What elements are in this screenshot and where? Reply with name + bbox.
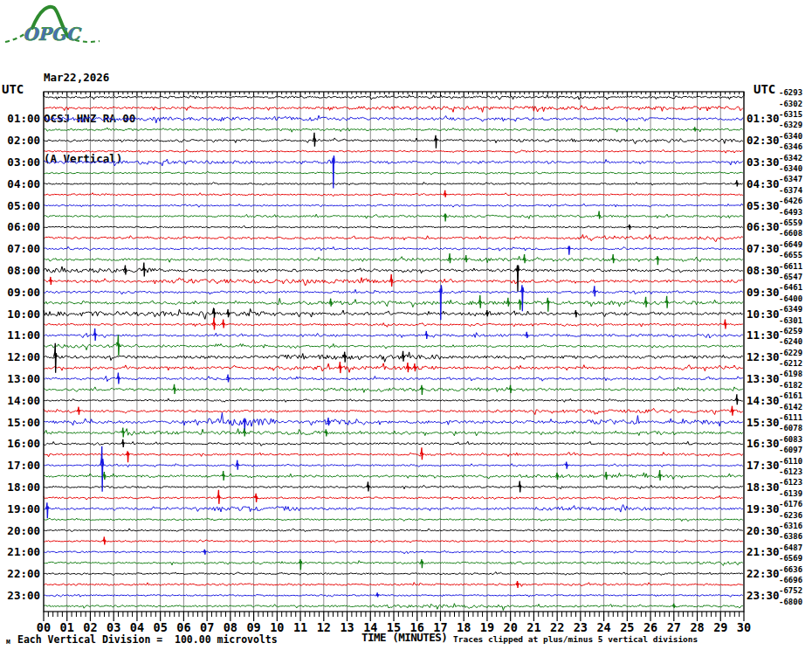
time-label-left: 03:00 <box>7 156 40 169</box>
seismo-trace <box>44 235 743 242</box>
trace-offset-value: -6111 <box>779 413 802 422</box>
seismo-trace <box>44 473 743 480</box>
seismo-trace <box>44 204 743 207</box>
x-tick-label: 22 <box>550 620 564 634</box>
time-label-left: 16:00 <box>7 437 40 450</box>
trace-offset-value: -6487 <box>779 543 802 552</box>
time-label-right: 22:30 <box>747 567 780 580</box>
seismo-event-spike <box>103 536 107 544</box>
seismo-trace <box>44 115 743 123</box>
seismo-event-spike <box>117 372 120 384</box>
seismo-trace <box>44 256 743 262</box>
seismo-event-spike <box>724 320 727 329</box>
trace-offset-value: -6110 <box>779 457 802 466</box>
seismo-trace <box>44 193 743 197</box>
seismo-event-spike <box>325 429 328 436</box>
trace-offset-value: -6236 <box>779 511 802 520</box>
seismo-event-spike <box>100 446 104 492</box>
seismo-trace <box>44 246 743 251</box>
x-tick-label: 12 <box>317 620 331 634</box>
x-tick-label: 13 <box>340 620 354 634</box>
trace-offset-value: -6302 <box>779 100 802 108</box>
seismo-event-spike <box>658 470 662 481</box>
time-label-left: 19:00 <box>7 502 40 515</box>
seismo-event-spike <box>464 255 468 262</box>
time-labels-left: 01:0002:0003:0004:0005:0006:0007:0008:00… <box>7 112 40 601</box>
time-label-left: 08:00 <box>7 264 40 277</box>
x-tick-label: 28 <box>690 620 704 634</box>
time-label-right: 14:30 <box>747 394 780 407</box>
seismo-event-spike <box>516 266 520 292</box>
time-label-left: 11:00 <box>7 328 40 342</box>
seismo-trace <box>44 398 743 402</box>
seismo-trace <box>44 298 743 307</box>
x-tick-label: 00 <box>37 620 51 634</box>
seismo-trace <box>44 106 743 113</box>
time-label-left: 04:00 <box>7 177 40 190</box>
trace-offset-value: -6346 <box>779 142 802 151</box>
seismo-trace <box>44 540 743 543</box>
seismo-event-spike <box>693 127 697 131</box>
seismo-event-spike <box>203 550 207 555</box>
x-tick-label: 21 <box>526 620 540 634</box>
time-label-left: 10:00 <box>7 308 40 321</box>
time-label-left: 12:00 <box>7 350 40 363</box>
seismo-trace <box>44 408 743 414</box>
seismo-trace <box>44 159 743 166</box>
trace-offset-value: -6176 <box>779 500 802 508</box>
time-label-right: 19:30 <box>747 502 780 515</box>
x-tick-label: 03 <box>107 620 120 634</box>
seismo-event-spike <box>565 462 568 469</box>
trace-offset-value: -6142 <box>779 403 802 411</box>
time-label-left: 05:00 <box>7 199 40 212</box>
seismo-trace <box>44 149 743 153</box>
trace-offset-value: -6340 <box>779 164 802 173</box>
seismo-event-spike <box>367 481 370 491</box>
seismo-event-spike <box>611 254 615 263</box>
trace-offset-value: -6649 <box>779 240 802 249</box>
seismo-trace <box>44 225 743 229</box>
seismo-trace <box>44 376 743 381</box>
time-label-right: 20:30 <box>747 524 780 537</box>
trace-offset-value: -6493 <box>779 208 802 217</box>
seismo-event-spike <box>519 300 522 310</box>
x-tick-label: 20 <box>504 620 518 634</box>
x-tick-label: 09 <box>246 620 260 634</box>
seismo-event-spike <box>434 135 437 149</box>
trace-offset-value: -6400 <box>779 294 802 303</box>
seismo-trace <box>44 182 743 185</box>
seismo-trace <box>44 550 743 554</box>
seismo-event-spike <box>243 428 246 436</box>
trace-offset-value: -6800 <box>779 598 802 606</box>
seismo-trace <box>44 308 743 320</box>
trace-offset-value: -6547 <box>779 273 802 281</box>
time-label-right: 13:30 <box>747 372 780 385</box>
grid-lines <box>44 92 744 612</box>
x-tick-label: 08 <box>224 620 237 634</box>
x-tick-label: 18 <box>457 620 471 634</box>
seismo-event-spike <box>568 246 571 255</box>
seismo-event-spike <box>390 274 394 287</box>
helicorder-page: OPGC Mar22,2026 OCSJ HNZ RA 00 (A Vertic… <box>0 0 812 650</box>
seismo-event-spike <box>254 494 258 502</box>
trace-offset-value: -6293 <box>779 88 802 97</box>
trace-offset-value: -6240 <box>779 337 802 346</box>
seismo-event-spike <box>735 394 739 405</box>
time-label-left: 02:00 <box>7 134 40 147</box>
seismo-trace <box>44 171 743 175</box>
trace-offset-value: -6198 <box>779 370 802 378</box>
seismo-event-spike <box>485 310 489 316</box>
seismo-event-spike <box>343 352 347 363</box>
seismo-trace <box>44 495 743 500</box>
trace-offset-value: -6097 <box>779 446 802 454</box>
seismo-event-spike <box>547 298 550 312</box>
time-label-left: 23:00 <box>7 589 40 602</box>
seismo-event-spike <box>222 471 225 481</box>
seismo-event-spike <box>103 472 107 480</box>
x-tick-label: 29 <box>713 620 727 634</box>
time-label-left: 14:00 <box>7 394 40 407</box>
time-labels-right: 01:3002:3003:3004:3005:3006:3007:3008:30… <box>747 112 780 601</box>
x-tick-label: 02 <box>83 620 97 634</box>
trace-offset-value: -6696 <box>779 576 802 584</box>
trace-offset-value: -6636 <box>779 565 802 574</box>
